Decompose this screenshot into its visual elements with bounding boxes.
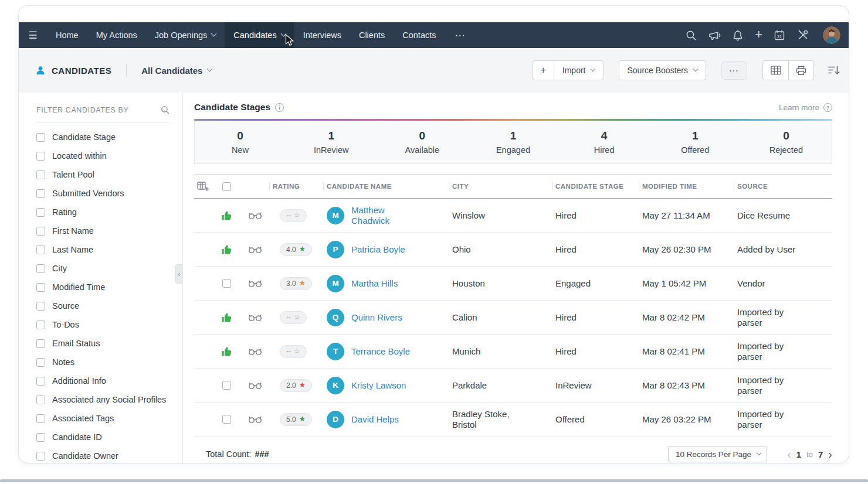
next-page-icon[interactable]: › — [828, 448, 832, 460]
table-row[interactable]: -- ☆ T Terrance Boyle — [194, 335, 832, 369]
nav-tab[interactable]: Candidates — [225, 22, 294, 48]
row-checkbox[interactable] — [222, 415, 231, 424]
filter-checkbox[interactable] — [36, 452, 45, 461]
thumbs-up-icon[interactable] — [221, 210, 232, 221]
filter-option[interactable]: Candidate Stage — [36, 128, 169, 146]
filter-checkbox[interactable] — [36, 208, 45, 217]
records-per-page-select[interactable]: 10 Records Per Page — [668, 446, 767, 462]
filter-checkbox[interactable] — [36, 189, 45, 198]
stage-tile[interactable]: 1 Offered — [650, 121, 741, 163]
search-icon[interactable] — [685, 29, 697, 41]
tools-icon[interactable] — [796, 29, 809, 41]
binoculars-icon[interactable] — [248, 280, 262, 288]
table-view-icon[interactable] — [763, 61, 788, 80]
candidate-name-link[interactable]: Quinn Rivers — [351, 312, 402, 323]
filter-checkbox[interactable] — [36, 283, 45, 292]
nav-tab[interactable]: My Actions — [87, 22, 146, 48]
stage-tile[interactable]: 0 New — [195, 121, 286, 163]
filter-checkbox[interactable] — [36, 264, 45, 273]
rating-pill[interactable]: 5.0 ★ — [280, 413, 312, 426]
nav-tab[interactable]: Contacts — [394, 22, 445, 48]
binoculars-icon[interactable] — [248, 415, 262, 424]
filter-option[interactable]: Talent Pool — [36, 165, 169, 184]
binoculars-icon[interactable] — [248, 212, 262, 220]
learn-more-link[interactable]: Learn more ? — [779, 103, 832, 112]
filter-checkbox[interactable] — [36, 396, 45, 404]
filter-checkbox[interactable] — [36, 227, 45, 236]
rating-pill[interactable]: -- ☆ — [280, 345, 307, 358]
more-options-button[interactable]: ⋯ — [721, 61, 747, 80]
filter-option[interactable]: First Name — [36, 221, 169, 240]
quick-add-plus-icon[interactable]: + — [755, 28, 762, 41]
thumbs-up-icon[interactable] — [221, 312, 232, 323]
filter-checkbox[interactable] — [36, 246, 45, 254]
source-boosters-button[interactable]: Source Boosters — [619, 60, 707, 80]
filter-option[interactable]: Located within — [36, 146, 169, 165]
filter-checkbox[interactable] — [36, 377, 45, 386]
row-checkbox[interactable] — [222, 279, 231, 288]
table-row[interactable]: 2.0 ★ K Kristy Lawson — [194, 369, 832, 403]
nav-tab[interactable]: Interviews — [294, 22, 350, 48]
select-all-checkbox[interactable] — [222, 182, 231, 191]
filter-option[interactable]: Notes — [36, 353, 169, 371]
binoculars-icon[interactable] — [248, 347, 262, 356]
nav-more-icon[interactable]: ⋯ — [445, 22, 476, 48]
filter-option[interactable]: Associated any Social Profiles — [36, 390, 169, 409]
table-row[interactable]: -- ☆ M Matthew Chadwick — [194, 199, 832, 233]
nav-tab[interactable]: Home — [47, 22, 87, 48]
rating-pill[interactable]: 2.0 ★ — [280, 379, 312, 392]
filter-option[interactable]: Modified Time — [36, 278, 169, 296]
filter-search-icon[interactable] — [161, 105, 169, 114]
thumbs-up-icon[interactable] — [221, 244, 232, 255]
filter-option[interactable]: Source — [36, 296, 169, 315]
filter-option[interactable]: Candidate Owner — [36, 446, 169, 463]
candidate-name-link[interactable]: Kristy Lawson — [351, 380, 406, 391]
binoculars-icon[interactable] — [248, 246, 262, 254]
filter-checkbox[interactable] — [36, 133, 45, 142]
rating-pill[interactable]: 3.0 ★ — [280, 277, 312, 290]
filter-option[interactable]: Submitted Vendors — [36, 184, 169, 203]
stage-tile[interactable]: 1 Engaged — [467, 121, 558, 163]
view-selector[interactable]: All Candidates — [141, 66, 212, 76]
table-row[interactable]: 5.0 ★ D David Helps — [194, 403, 832, 437]
binoculars-icon[interactable] — [248, 313, 262, 322]
user-avatar[interactable] — [823, 26, 840, 44]
stage-tile[interactable]: 1 InReview — [286, 121, 377, 163]
filter-checkbox[interactable] — [36, 433, 45, 442]
filter-option[interactable]: Last Name — [36, 240, 169, 259]
candidate-name-link[interactable]: Matthew Chadwick — [351, 205, 413, 226]
stage-tile[interactable]: 0 Rejected — [741, 121, 832, 163]
candidate-name-link[interactable]: Terrance Boyle — [351, 346, 410, 357]
previous-page-icon[interactable]: ‹ — [787, 448, 791, 460]
row-checkbox[interactable] — [222, 381, 231, 390]
filter-option[interactable]: Associated Tags — [36, 409, 169, 428]
nav-tab[interactable]: Job Openings — [146, 22, 225, 48]
print-icon[interactable] — [788, 61, 813, 80]
filter-option[interactable]: Email Status — [36, 334, 169, 353]
hamburger-menu-icon[interactable]: ☰ — [19, 22, 47, 48]
filter-option[interactable]: Additional Info — [36, 371, 169, 390]
import-button[interactable]: Import — [554, 66, 603, 75]
calendar-icon[interactable]: 31 — [774, 29, 785, 41]
notifications-bell-icon[interactable] — [732, 29, 744, 42]
filter-option[interactable]: City — [36, 259, 169, 278]
info-icon[interactable]: i — [275, 103, 284, 112]
filter-checkbox[interactable] — [36, 358, 45, 367]
rating-pill[interactable]: -- ☆ — [280, 209, 307, 222]
filter-option[interactable]: Candidate ID — [36, 428, 169, 446]
stage-tile[interactable]: 0 Available — [377, 121, 467, 163]
filter-option[interactable]: To-Dos — [36, 315, 169, 334]
add-column-icon[interactable] — [197, 181, 209, 192]
add-candidate-button[interactable]: + — [533, 61, 554, 80]
candidate-name-link[interactable]: Martha Hills — [351, 278, 398, 289]
nav-tab[interactable]: Clients — [350, 22, 394, 48]
candidate-name-link[interactable]: Patricia Boyle — [351, 244, 405, 255]
filter-option[interactable]: Rating — [36, 203, 169, 221]
filter-checkbox[interactable] — [36, 414, 45, 423]
sidebar-collapse-handle[interactable]: ‹ — [175, 264, 182, 284]
filter-checkbox[interactable] — [36, 302, 45, 311]
table-row[interactable]: 3.0 ★ M Martha Hills — [194, 267, 832, 301]
rating-pill[interactable]: 4.0 ★ — [280, 243, 312, 256]
filter-checkbox[interactable] — [36, 152, 45, 161]
filter-checkbox[interactable] — [36, 321, 45, 329]
